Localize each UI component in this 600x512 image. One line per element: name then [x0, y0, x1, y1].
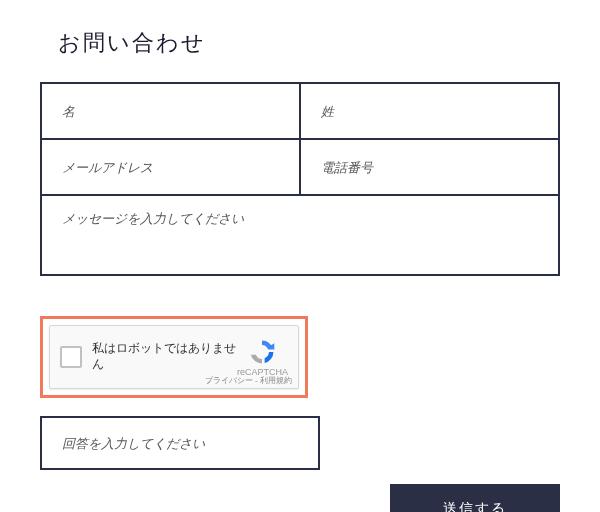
recaptcha-label: 私はロボットではありません: [92, 341, 237, 372]
recaptcha-widget: 私はロボットではありません reCAPTCHA プライバシー - 利用規約: [49, 325, 299, 389]
contact-form-grid: [40, 82, 560, 276]
answer-box: [40, 416, 320, 470]
last-name-cell: [301, 84, 558, 138]
page-title: お問い合わせ: [58, 28, 560, 58]
submit-button[interactable]: 送信する: [390, 484, 560, 512]
message-input[interactable]: [62, 210, 538, 242]
email-cell: [42, 140, 301, 194]
recaptcha-icon: [248, 338, 276, 366]
recaptcha-branding: reCAPTCHA: [237, 338, 288, 377]
first-name-input[interactable]: [62, 104, 279, 120]
phone-input[interactable]: [321, 160, 538, 176]
first-name-cell: [42, 84, 301, 138]
email-input[interactable]: [62, 160, 279, 176]
recaptcha-terms[interactable]: プライバシー - 利用規約: [205, 375, 292, 386]
captcha-highlight-frame: 私はロボットではありません reCAPTCHA プライバシー - 利用規約: [40, 316, 308, 398]
recaptcha-checkbox[interactable]: [60, 346, 82, 368]
submit-row: 送信する: [40, 484, 560, 512]
answer-input[interactable]: [62, 436, 298, 452]
last-name-input[interactable]: [321, 104, 538, 120]
message-cell: [42, 196, 558, 274]
phone-cell: [301, 140, 558, 194]
